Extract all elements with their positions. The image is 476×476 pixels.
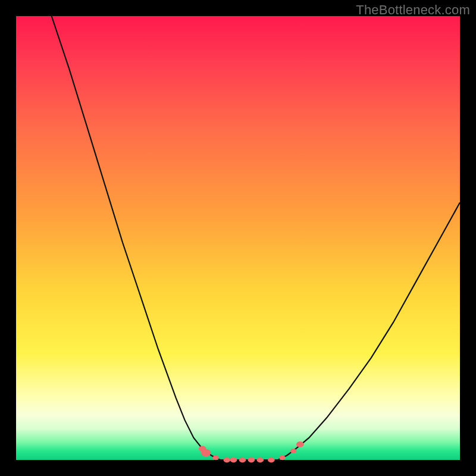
data-dot <box>224 458 231 463</box>
chart-svg <box>16 16 460 460</box>
data-dot <box>248 458 255 463</box>
data-dot <box>290 449 296 453</box>
chart-frame: TheBottleneck.com <box>0 0 476 476</box>
data-dot <box>296 441 304 447</box>
data-dot <box>279 455 285 460</box>
data-dot <box>201 449 211 456</box>
data-dot <box>230 458 237 463</box>
data-dot <box>268 458 275 463</box>
bottleneck-curve <box>52 16 460 460</box>
data-dot <box>239 458 246 463</box>
watermark-text: TheBottleneck.com <box>356 2 470 18</box>
data-dots <box>199 441 304 462</box>
data-dot <box>213 455 219 460</box>
data-dot <box>257 458 264 463</box>
chart-plot-area <box>16 16 460 460</box>
